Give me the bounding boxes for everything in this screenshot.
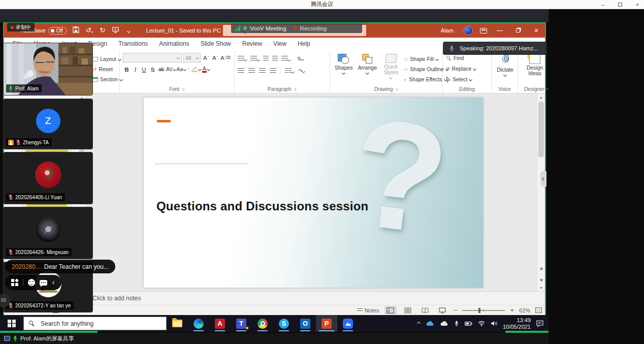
shape-effects-button[interactable]: ◐Shape Effects [404, 75, 448, 84]
taskbar-clock[interactable]: 13:49 10/05/2021 [503, 317, 531, 330]
shape-fill-button[interactable]: ◇Shape Fill [404, 54, 448, 64]
action-center-icon[interactable] [536, 320, 543, 327]
apps-button[interactable] [11, 279, 18, 286]
zoom-out-button[interactable]: − [454, 306, 458, 314]
ribbon-display-options-icon[interactable] [480, 28, 487, 34]
reset-button[interactable]: ↺Reset [92, 65, 122, 74]
select-button[interactable]: Select [446, 75, 489, 84]
voov-meeting-overlay-bar[interactable]: VooV Meeting Recording [231, 23, 362, 33]
design-ideas-button[interactable]: Design Ideas [524, 53, 546, 85]
video-panel-collapse-handle[interactable] [540, 171, 546, 186]
teams-taskbar-icon[interactable]: T [231, 315, 252, 332]
voov-taskbar-icon[interactable] [337, 315, 359, 332]
zoom-slider-thumb[interactable] [478, 308, 480, 313]
reactions-button[interactable] [28, 279, 35, 286]
participant-tile-prof-alam[interactable]: Prof. Alam [3, 43, 93, 96]
start-presentation-button[interactable] [112, 26, 120, 35]
normal-view-button[interactable] [384, 306, 397, 315]
tab-transitions[interactable]: Transitions [113, 38, 153, 51]
align-left-button[interactable] [238, 66, 244, 75]
tab-animations[interactable]: Animations [153, 38, 195, 51]
participant-tile-li-yuan[interactable]: 2020264405-Li Yuan [3, 152, 93, 204]
acrobat-taskbar-icon[interactable]: A [209, 315, 231, 332]
participant-tile-zhengyi[interactable]: Z Zhengyi-TA [3, 99, 93, 149]
slide-show-button[interactable] [436, 306, 448, 315]
change-case-button[interactable]: Aa [177, 65, 186, 74]
undo-button[interactable]: ↺ [85, 26, 93, 35]
microphone-tray-icon[interactable] [454, 320, 459, 327]
grow-font-button[interactable]: Aˆ [202, 53, 210, 62]
document-title[interactable]: Lecture_01 - Saved to this PC [146, 27, 227, 34]
canvas-scrollbar[interactable]: ▲ ▼ [537, 93, 545, 291]
chat-message-popup[interactable]: 2020280... Dear Teacher can you... [5, 260, 115, 273]
taskbar-search-input[interactable] [40, 320, 131, 328]
decrease-indent-button[interactable] [263, 54, 269, 63]
section-button[interactable]: Section [92, 75, 122, 84]
notes-toggle-button[interactable]: Notes [357, 307, 379, 314]
os-close-button[interactable]: × [633, 2, 642, 8]
chat-button[interactable] [40, 280, 47, 286]
underline-button[interactable]: U [140, 65, 148, 74]
arrange-button[interactable]: Arrange [357, 53, 378, 85]
account-name[interactable]: Alam . [441, 27, 457, 34]
previous-slide-button[interactable] [538, 266, 544, 273]
character-spacing-button[interactable]: AV [166, 65, 176, 74]
onedrive-icon[interactable] [426, 321, 434, 326]
customize-qat-button[interactable] [125, 26, 133, 35]
convert-smartart-button[interactable]: ↷ [298, 68, 305, 74]
strikethrough-button[interactable]: ab [157, 65, 165, 74]
battery-icon[interactable] [465, 321, 472, 326]
scroll-down-icon[interactable]: ▼ [537, 284, 545, 291]
taskbar-search-box[interactable] [23, 317, 167, 330]
font-dialog-launcher[interactable]: ↘ [181, 87, 185, 91]
numbering-button[interactable] [250, 54, 260, 63]
align-center-button[interactable] [248, 66, 255, 75]
bold-button[interactable]: B [123, 65, 131, 74]
shapes-button[interactable]: Shapes [333, 53, 355, 85]
ppt-close-button[interactable]: × [531, 26, 542, 35]
shape-outline-button[interactable]: ▱Shape Outline [404, 65, 448, 74]
os-minimize-button[interactable]: – [598, 2, 607, 8]
paragraph-dialog-launcher[interactable]: ↘ [294, 87, 297, 91]
fit-slide-to-window-button[interactable] [535, 307, 542, 313]
columns-button[interactable] [285, 66, 294, 75]
slide-sorter-view-button[interactable] [402, 306, 414, 315]
slide-canvas[interactable]: Questions and Discussions session ? ▲ ▼ [86, 93, 545, 291]
powerpoint-taskbar-icon[interactable]: P [316, 315, 337, 332]
current-slide[interactable]: Questions and Discussions session ? [144, 98, 483, 288]
line-spacing-button[interactable] [281, 54, 291, 63]
os-maximize-button[interactable] [616, 2, 625, 8]
start-button[interactable] [0, 315, 23, 332]
layout-button[interactable]: Layout [92, 54, 122, 64]
tab-review[interactable]: Review [237, 38, 268, 51]
tab-slide-show[interactable]: Slide Show [195, 38, 237, 51]
text-direction-button[interactable]: ⇅ [297, 56, 304, 61]
font-size-combobox[interactable]: 48 [183, 53, 201, 62]
replace-button[interactable]: ⇄Replace [446, 64, 489, 73]
account-avatar[interactable] [464, 26, 473, 35]
font-name-combobox[interactable] [123, 53, 182, 62]
participant-tile-mingxuan[interactable]: 2020264426- Mingxuan [3, 207, 93, 259]
tab-help[interactable]: Help [292, 38, 316, 51]
scroll-up-icon[interactable]: ▲ [537, 93, 545, 101]
redo-button[interactable]: ↻ [99, 26, 107, 35]
justify-button[interactable] [270, 66, 276, 75]
increase-indent-button[interactable] [272, 54, 278, 63]
scrollbar-thumb[interactable] [538, 102, 544, 158]
edge-taskbar-icon[interactable] [188, 315, 209, 332]
bullets-button[interactable] [238, 54, 247, 63]
volume-icon[interactable] [491, 321, 497, 326]
text-shadow-button[interactable]: S [149, 65, 156, 74]
file-explorer-taskbar-icon[interactable] [167, 315, 188, 332]
next-slide-button[interactable] [538, 276, 544, 283]
quick-styles-button[interactable]: Quick Styles [380, 53, 402, 85]
collapse-toolbar-button[interactable] [52, 280, 55, 284]
align-right-button[interactable] [259, 66, 266, 75]
skype-taskbar-icon[interactable]: S [273, 315, 295, 332]
italic-button[interactable]: I [132, 65, 139, 74]
dictate-button[interactable]: Dictate [495, 53, 515, 85]
chrome-taskbar-icon[interactable] [252, 315, 273, 332]
reading-view-button[interactable] [419, 306, 431, 315]
ppt-minimize-button[interactable]: — [494, 27, 505, 34]
save-button[interactable] [72, 26, 80, 35]
